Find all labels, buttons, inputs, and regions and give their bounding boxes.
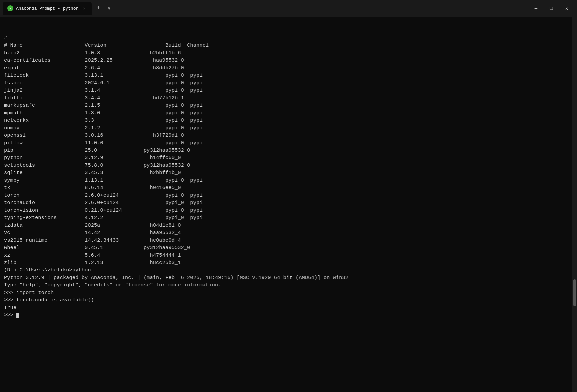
new-tab-button[interactable]: + (93, 3, 104, 14)
terminal-line: tzdata 2025a h04d1e81_0 (4, 222, 573, 229)
terminal-line: openssl 3.0.16 h3f729d1_0 (4, 132, 573, 139)
terminal-window: Anaconda Prompt - python ✕ + ∨ — □ ✕ ## … (0, 0, 577, 392)
maximize-button[interactable]: □ (544, 3, 559, 14)
terminal-line: jinja2 3.1.4 pypi_0 pypi (4, 87, 573, 94)
terminal-line: networkx 3.3 pypi_0 pypi (4, 117, 573, 124)
terminal-line: torch 2.6.0+cu124 pypi_0 pypi (4, 192, 573, 199)
terminal-line: Python 3.12.9 | packaged by Anaconda, In… (4, 274, 573, 281)
terminal-line: typing-extensions 4.12.2 pypi_0 pypi (4, 214, 573, 221)
terminal-line: vc 14.42 haa95532_4 (4, 229, 573, 236)
terminal-line: xz 5.6.4 h4754444_1 (4, 252, 573, 259)
terminal-line: pillow 11.0.0 pypi_0 pypi (4, 139, 573, 147)
terminal-line: fsspec 2024.6.1 pypi_0 pypi (4, 79, 573, 87)
terminal-line: bzip2 1.0.8 h2bbff1b_6 (4, 49, 573, 57)
window-controls: — □ ✕ (528, 3, 574, 14)
terminal-line: sqlite 3.45.3 h2bbff1b_0 (4, 169, 573, 176)
terminal-line: mpmath 1.3.0 pypi_0 pypi (4, 109, 573, 117)
terminal-line: markupsafe 2.1.5 pypi_0 pypi (4, 102, 573, 109)
terminal-line: filelock 3.13.1 pypi_0 pypi (4, 72, 573, 79)
terminal-line: expat 2.6.4 h8ddb27b_0 (4, 64, 573, 72)
cursor (16, 313, 19, 318)
terminal-line: pip 25.0 py312haa95532_0 (4, 147, 573, 154)
terminal-line: Type "help", "copyright", "credits" or "… (4, 281, 573, 289)
scrollbar-thumb[interactable] (573, 279, 576, 306)
terminal-line: vs2015_runtime 14.42.34433 he0abc0d_4 (4, 237, 573, 244)
terminal-line: numpy 2.1.2 pypi_0 pypi (4, 124, 573, 132)
terminal-line: torchaudio 2.6.0+cu124 pypi_0 pypi (4, 199, 573, 206)
terminal-line: >>> torch.cuda.is_available() (4, 296, 573, 304)
terminal-line: # (4, 34, 573, 42)
terminal-line: >>> import torch (4, 289, 573, 296)
terminal-line: torchvision 0.21.0+cu124 pypi_0 pypi (4, 207, 573, 214)
terminal-line: wheel 0.45.1 py312haa95532_0 (4, 244, 573, 251)
terminal-line: python 3.12.9 h14ffc60_0 (4, 154, 573, 161)
terminal-line: >>> (4, 311, 573, 319)
tab-label: Anaconda Prompt - python (16, 6, 78, 11)
terminal-line: sympy 1.13.1 pypi_0 pypi (4, 177, 573, 184)
tab-close-button[interactable]: ✕ (81, 5, 87, 11)
terminal-line: ca-certificates 2025.2.25 haa95532_0 (4, 57, 573, 64)
active-tab[interactable]: Anaconda Prompt - python ✕ (3, 2, 92, 15)
terminal-output[interactable]: ## Name Version Build Channelbzip2 1.0.8… (0, 17, 577, 392)
terminal-line: zlib 1.2.13 h8cc25b3_1 (4, 259, 573, 266)
scrollbar[interactable] (572, 17, 577, 392)
terminal-line: # Name Version Build Channel (4, 42, 573, 49)
terminal-line: libffi 3.4.4 hd77b12b_1 (4, 94, 573, 102)
anaconda-icon (7, 5, 13, 11)
terminal-line: (DL) C:\Users\zheliku>python (4, 266, 573, 274)
dropdown-button[interactable]: ∨ (104, 4, 114, 13)
minimize-button[interactable]: — (528, 3, 544, 14)
title-bar: Anaconda Prompt - python ✕ + ∨ — □ ✕ (0, 0, 577, 17)
terminal-line: tk 8.6.14 h0416ee5_0 (4, 184, 573, 191)
close-button[interactable]: ✕ (559, 3, 574, 14)
tab-area: Anaconda Prompt - python ✕ + ∨ (3, 2, 528, 15)
terminal-line: True (4, 304, 573, 311)
terminal-line: setuptools 75.8.0 py312haa95532_0 (4, 162, 573, 169)
